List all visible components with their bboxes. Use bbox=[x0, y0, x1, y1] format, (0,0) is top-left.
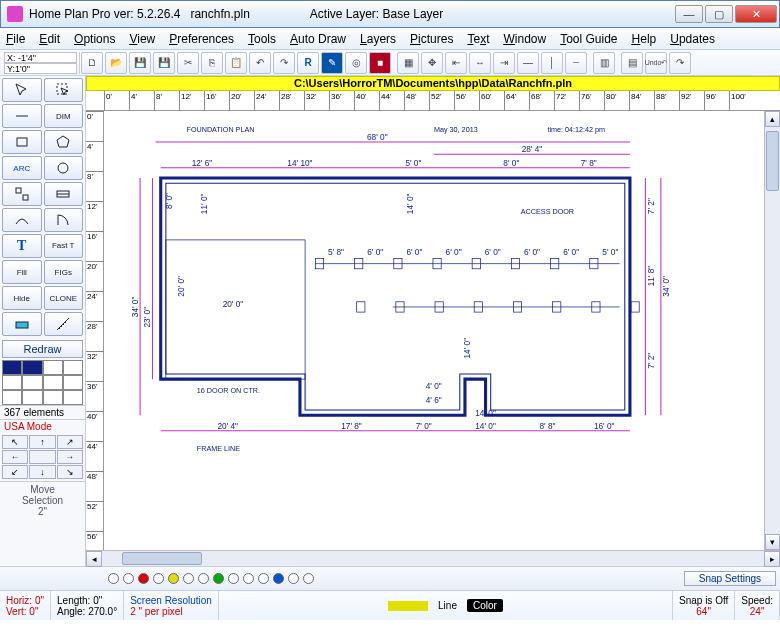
undo2-icon[interactable]: Undo↶ bbox=[645, 52, 667, 74]
tool-door[interactable] bbox=[44, 208, 84, 232]
snap-dot-icon[interactable] bbox=[123, 573, 134, 584]
snap-dot-icon[interactable] bbox=[138, 573, 149, 584]
redo-icon[interactable]: ↷ bbox=[273, 52, 295, 74]
vline-icon[interactable]: │ bbox=[541, 52, 563, 74]
redraw-button[interactable]: Redraw bbox=[2, 340, 83, 358]
snap-dot-icon[interactable] bbox=[258, 573, 269, 584]
horizontal-scrollbar[interactable]: ◂ ▸ bbox=[86, 550, 780, 566]
svg-text:12' 6": 12' 6" bbox=[192, 159, 213, 168]
tool-measure[interactable] bbox=[44, 312, 84, 336]
svg-text:68' 0": 68' 0" bbox=[367, 133, 388, 142]
menu-autodraw[interactable]: Auto Draw bbox=[290, 32, 346, 46]
snap-dot-icon[interactable] bbox=[288, 573, 299, 584]
align-r-icon[interactable]: ⇥ bbox=[493, 52, 515, 74]
menu-updates[interactable]: Updates bbox=[670, 32, 715, 46]
snap-settings-button[interactable]: Snap Settings bbox=[684, 571, 776, 586]
snap-dot-icon[interactable] bbox=[183, 573, 194, 584]
tool-arc[interactable]: ARC bbox=[2, 156, 42, 180]
tool-fill[interactable]: Fill bbox=[2, 260, 42, 284]
tool-clone[interactable]: CLONE bbox=[44, 286, 84, 310]
menu-help[interactable]: Help bbox=[632, 32, 657, 46]
status-line: Line bbox=[438, 600, 457, 611]
hline-icon[interactable]: — bbox=[517, 52, 539, 74]
tool-rect[interactable] bbox=[2, 130, 42, 154]
close-button[interactable]: ✕ bbox=[735, 5, 777, 23]
snap-dot-icon[interactable] bbox=[228, 573, 239, 584]
tool-text[interactable]: T bbox=[2, 234, 42, 258]
maximize-button[interactable]: ▢ bbox=[705, 5, 733, 23]
paste-icon[interactable]: 📋 bbox=[225, 52, 247, 74]
tool-paint[interactable] bbox=[2, 312, 42, 336]
scroll-down-icon[interactable]: ▾ bbox=[765, 534, 780, 550]
scroll-up-icon[interactable]: ▴ bbox=[765, 111, 780, 127]
nudge-arrows[interactable]: ↖↑↗ ←→ ↙↓↘ bbox=[2, 435, 83, 479]
align-l-icon[interactable]: ⇤ bbox=[445, 52, 467, 74]
color-swatches[interactable] bbox=[2, 360, 83, 405]
menu-layers[interactable]: Layers bbox=[360, 32, 396, 46]
undo-icon[interactable]: ↶ bbox=[249, 52, 271, 74]
tool-fast-text[interactable]: Fast T bbox=[44, 234, 84, 258]
move-icon[interactable]: ✥ bbox=[421, 52, 443, 74]
tool-wall[interactable] bbox=[2, 182, 42, 206]
cut-icon[interactable]: ✂ bbox=[177, 52, 199, 74]
target-icon[interactable]: ◎ bbox=[345, 52, 367, 74]
save-icon[interactable]: 💾 bbox=[129, 52, 151, 74]
tool-figs[interactable]: FIGs bbox=[44, 260, 84, 284]
copy-icon[interactable]: ⎘ bbox=[201, 52, 223, 74]
menu-toolguide[interactable]: Tool Guide bbox=[560, 32, 617, 46]
svg-text:34' 0": 34' 0" bbox=[131, 297, 140, 318]
snap-dot-icon[interactable] bbox=[153, 573, 164, 584]
tool-circle[interactable] bbox=[44, 156, 84, 180]
snap-dot-icon[interactable] bbox=[213, 573, 224, 584]
snap-dot-icon[interactable] bbox=[273, 573, 284, 584]
tool-select[interactable] bbox=[44, 78, 84, 102]
progress-icon bbox=[388, 596, 428, 616]
vertical-scrollbar[interactable]: ▴ ▾ bbox=[764, 111, 780, 550]
coord-x: X: -1'4" bbox=[4, 52, 77, 63]
save-all-icon[interactable]: 💾 bbox=[153, 52, 175, 74]
snap-dot-icon[interactable] bbox=[303, 573, 314, 584]
snap-dot-icon[interactable] bbox=[243, 573, 254, 584]
svg-text:FOUNDATION PLAN: FOUNDATION PLAN bbox=[187, 125, 255, 134]
open-icon[interactable]: 📂 bbox=[105, 52, 127, 74]
redo2-icon[interactable]: ↷ bbox=[669, 52, 691, 74]
tool-curve[interactable] bbox=[2, 208, 42, 232]
minimize-button[interactable]: — bbox=[675, 5, 703, 23]
tool-line[interactable] bbox=[2, 104, 42, 128]
tool-dim[interactable]: DIM bbox=[44, 104, 84, 128]
snap-dot-icon[interactable] bbox=[168, 573, 179, 584]
scroll-left-icon[interactable]: ◂ bbox=[86, 551, 102, 567]
brush-icon[interactable]: ✎ bbox=[321, 52, 343, 74]
chart-icon[interactable]: ▤ bbox=[621, 52, 643, 74]
dash-icon[interactable]: ┄ bbox=[565, 52, 587, 74]
menu-window[interactable]: Window bbox=[503, 32, 546, 46]
svg-text:20' 4": 20' 4" bbox=[217, 422, 238, 431]
color-button[interactable]: Color bbox=[467, 599, 503, 612]
tool-pointer[interactable] bbox=[2, 78, 42, 102]
vscroll-thumb[interactable] bbox=[766, 131, 779, 191]
scroll-right-icon[interactable]: ▸ bbox=[764, 551, 780, 567]
grid-icon[interactable]: ▦ bbox=[397, 52, 419, 74]
snap-dot-icon[interactable] bbox=[198, 573, 209, 584]
menu-view[interactable]: View bbox=[129, 32, 155, 46]
new-icon[interactable]: 🗋 bbox=[81, 52, 103, 74]
menu-edit[interactable]: Edit bbox=[39, 32, 60, 46]
menu-text[interactable]: Text bbox=[467, 32, 489, 46]
svg-text:ACCESS DOOR: ACCESS DOOR bbox=[521, 207, 574, 216]
status-length-angle: Length: 0" Angle: 270.0° bbox=[51, 591, 124, 620]
menu-file[interactable]: File bbox=[6, 32, 25, 46]
align-c-icon[interactable]: ↔ bbox=[469, 52, 491, 74]
reg-icon[interactable]: R bbox=[297, 52, 319, 74]
menu-pictures[interactable]: Pictures bbox=[410, 32, 453, 46]
tool-wall2[interactable] bbox=[44, 182, 84, 206]
tool-poly[interactable] bbox=[44, 130, 84, 154]
snap-dot-icon[interactable] bbox=[108, 573, 119, 584]
menu-preferences[interactable]: Preferences bbox=[169, 32, 234, 46]
drawing-canvas[interactable]: FOUNDATION PLAN May 30, 2013 time: 04:12… bbox=[104, 111, 764, 550]
menu-tools[interactable]: Tools bbox=[248, 32, 276, 46]
hscroll-thumb[interactable] bbox=[122, 552, 202, 565]
bars-icon[interactable]: ▥ bbox=[593, 52, 615, 74]
record-icon[interactable]: ■ bbox=[369, 52, 391, 74]
menu-options[interactable]: Options bbox=[74, 32, 115, 46]
tool-hide[interactable]: Hide bbox=[2, 286, 42, 310]
